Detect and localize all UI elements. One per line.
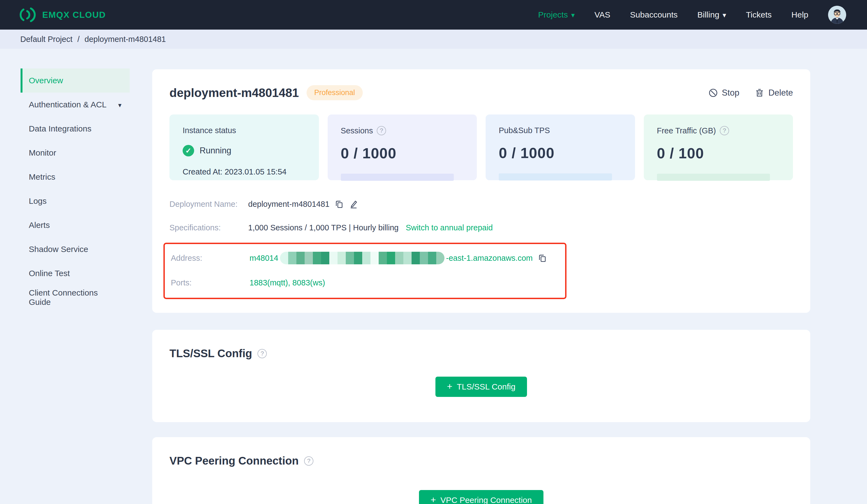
sidebar-item-alerts[interactable]: Alerts <box>0 213 130 237</box>
sidebar-item-monitor[interactable]: Monitor <box>0 141 130 165</box>
top-navbar: EMQX CLOUD Projects VAS Subaccounts Bill… <box>0 0 867 30</box>
breadcrumb-current: deployment-m4801481 <box>84 35 166 44</box>
vpc-peering-card: VPC Peering Connection VPC Peering Conne… <box>152 437 810 504</box>
user-avatar[interactable] <box>828 6 846 24</box>
delete-button[interactable]: Delete <box>754 88 793 98</box>
help-icon[interactable] <box>304 456 313 465</box>
help-icon[interactable] <box>377 126 386 135</box>
nav-item-label: Tickets <box>746 10 772 20</box>
ports-label: Ports: <box>171 278 249 287</box>
vpc-peering-title: VPC Peering Connection <box>170 455 299 467</box>
deployment-name-label: Deployment Name: <box>170 200 248 209</box>
sidebar: Overview Authentication & ACL Data Integ… <box>0 49 130 504</box>
plan-badge: Professional <box>307 85 363 100</box>
sidebar-item-label: Client Connections Guide <box>29 288 121 307</box>
sidebar-item-overview[interactable]: Overview <box>0 68 130 92</box>
edit-name-button[interactable] <box>349 199 358 209</box>
nav-item-help[interactable]: Help <box>791 10 808 20</box>
emqx-logo-icon <box>19 6 36 23</box>
copy-name-button[interactable] <box>334 199 344 209</box>
nav-item-label: Billing <box>697 10 719 20</box>
deployment-overview-card: deployment-m4801481 Professional Stop <box>152 69 810 313</box>
sidebar-item-logs[interactable]: Logs <box>0 189 130 213</box>
copy-address-button[interactable] <box>538 253 547 263</box>
add-vpc-peering-label: VPC Peering Connection <box>440 495 532 504</box>
instance-status-value: Running <box>200 146 231 156</box>
free-traffic-value: 0 / 100 <box>657 145 780 162</box>
stop-label: Stop <box>722 88 739 98</box>
nav-item-subaccounts[interactable]: Subaccounts <box>630 10 677 20</box>
tls-ssl-title: TLS/SSL Config <box>170 347 252 360</box>
trash-icon <box>754 88 764 98</box>
sidebar-item-label: Online Test <box>29 269 70 278</box>
stop-icon <box>708 88 718 98</box>
sessions-card: Sessions 0 / 1000 <box>328 114 477 180</box>
add-tls-ssl-config-button[interactable]: TLS/SSL Config <box>436 377 527 397</box>
address-suffix: -east-1.amazonaws.com <box>446 254 533 263</box>
stop-button[interactable]: Stop <box>708 88 739 98</box>
nav-item-projects[interactable]: Projects <box>538 10 575 20</box>
tps-label: Pub&Sub TPS <box>499 126 550 135</box>
brand[interactable]: EMQX CLOUD <box>19 6 106 23</box>
breadcrumb-separator: / <box>77 35 79 44</box>
chevron-down-icon <box>118 100 121 109</box>
tls-ssl-card: TLS/SSL Config TLS/SSL Config <box>152 330 810 422</box>
add-tls-ssl-config-label: TLS/SSL Config <box>457 382 515 392</box>
plus-icon <box>447 382 452 392</box>
tps-progress-bar <box>499 173 612 180</box>
address-redacted-blur <box>280 252 445 264</box>
sidebar-item-label: Logs <box>29 196 46 206</box>
add-vpc-peering-button[interactable]: VPC Peering Connection <box>419 490 543 504</box>
nav-item-label: Subaccounts <box>630 10 677 20</box>
nav-item-vas[interactable]: VAS <box>595 10 610 20</box>
brand-name: EMQX CLOUD <box>42 10 106 20</box>
sessions-value: 0 / 1000 <box>341 145 464 162</box>
deployment-name-value: deployment-m4801481 <box>248 200 330 209</box>
free-traffic-label: Free Traffic (GB) <box>657 126 716 135</box>
free-traffic-progress-bar <box>657 174 770 181</box>
breadcrumb-project[interactable]: Default Project <box>20 35 72 44</box>
sidebar-item-authentication-acl[interactable]: Authentication & ACL <box>0 92 130 117</box>
copy-icon <box>334 199 344 209</box>
specifications-label: Specifications: <box>170 223 248 232</box>
nav-item-billing[interactable]: Billing <box>697 10 726 20</box>
breadcrumb: Default Project / deployment-m4801481 <box>0 30 867 49</box>
sidebar-item-label: Shadow Service <box>29 244 88 254</box>
specifications-value: 1,000 Sessions / 1,000 TPS | Hourly bill… <box>248 223 399 232</box>
chevron-down-icon <box>571 10 575 20</box>
sidebar-item-label: Data Integrations <box>29 124 91 133</box>
chevron-down-icon <box>722 10 726 20</box>
sidebar-item-label: Overview <box>29 76 63 85</box>
sessions-label: Sessions <box>341 126 373 135</box>
tps-card: Pub&Sub TPS 0 / 1000 <box>485 114 635 180</box>
nav-item-label: Projects <box>538 10 568 20</box>
nav-item-label: Help <box>791 10 808 20</box>
delete-label: Delete <box>768 88 793 98</box>
main-content: deployment-m4801481 Professional Stop <box>152 49 810 504</box>
help-icon[interactable] <box>257 349 267 358</box>
free-traffic-card: Free Traffic (GB) 0 / 100 <box>644 114 793 180</box>
nav-item-label: VAS <box>595 10 610 20</box>
sidebar-item-online-test[interactable]: Online Test <box>0 261 130 285</box>
nav-item-tickets[interactable]: Tickets <box>746 10 772 20</box>
switch-annual-prepaid-link[interactable]: Switch to annual prepaid <box>406 223 493 232</box>
copy-icon <box>538 253 547 263</box>
address-highlight-box: Address: m48014 -east-1.amazonaws.com <box>163 243 567 299</box>
sidebar-item-client-connections-guide[interactable]: Client Connections Guide <box>0 285 130 309</box>
tps-value: 0 / 1000 <box>499 144 622 161</box>
avatar-person-icon <box>828 6 846 24</box>
sidebar-item-shadow-service[interactable]: Shadow Service <box>0 237 130 261</box>
created-at: Created At: 2023.01.05 15:54 <box>183 167 306 176</box>
address-prefix: m48014 <box>249 254 278 263</box>
address-label: Address: <box>171 254 249 263</box>
sidebar-item-label: Monitor <box>29 148 56 157</box>
running-check-icon <box>183 145 194 156</box>
instance-status-label: Instance status <box>183 126 306 135</box>
help-icon[interactable] <box>720 126 729 135</box>
sessions-progress-bar <box>341 174 454 181</box>
sidebar-item-metrics[interactable]: Metrics <box>0 165 130 189</box>
edit-pencil-icon <box>349 199 358 209</box>
sidebar-item-label: Authentication & ACL <box>29 100 107 109</box>
sidebar-item-data-integrations[interactable]: Data Integrations <box>0 117 130 141</box>
nav-menu: Projects VAS Subaccounts Billing Tickets… <box>538 6 846 24</box>
